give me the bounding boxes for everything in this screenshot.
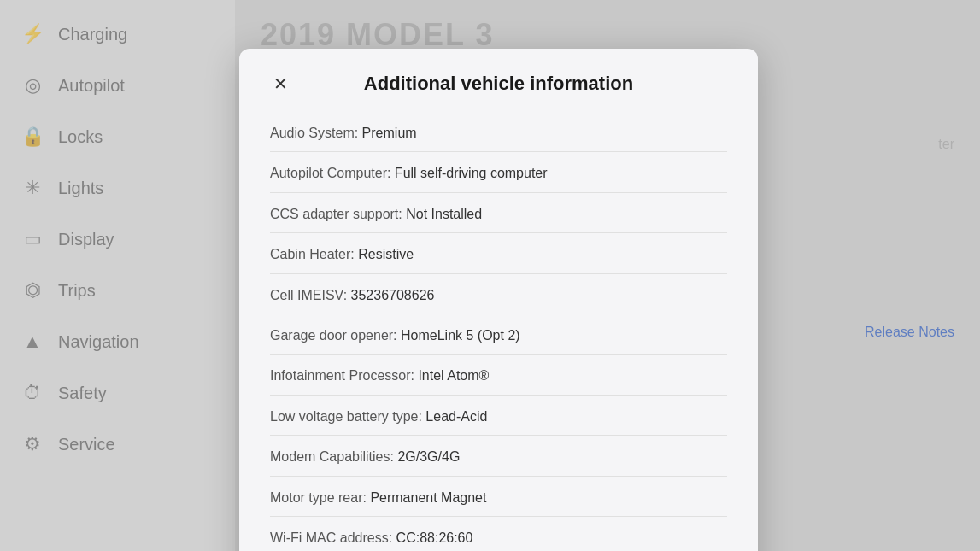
info-key: Cell IMEISV: xyxy=(270,288,351,302)
info-value: Premium xyxy=(362,126,417,140)
info-key: Cabin Heater: xyxy=(270,247,358,261)
info-value: Intel Atom® xyxy=(418,368,489,383)
info-row: Garage door opener: HomeLink 5 (Opt 2) xyxy=(270,318,727,355)
info-value: 2G/3G/4G xyxy=(397,449,460,464)
app-layout: ⚡Charging◎Autopilot🔒Locks✳Lights▭Display… xyxy=(0,0,980,551)
info-value: HomeLink 5 (Opt 2) xyxy=(401,328,520,343)
info-row: Cell IMEISV: 35236708626 xyxy=(270,278,727,314)
info-row: Audio System: Premium xyxy=(270,115,727,152)
info-row: Wi-Fi MAC address: CC:88:26:60 xyxy=(270,520,727,551)
info-key: CCS adapter support: xyxy=(270,207,406,221)
close-icon: ✕ xyxy=(273,73,288,94)
info-key: Motor type rear: xyxy=(270,490,370,505)
info-key: Modem Capabilities: xyxy=(270,449,397,464)
info-value: 35236708626 xyxy=(351,288,435,302)
info-key: Garage door opener: xyxy=(270,328,401,343)
info-key: Wi-Fi MAC address: xyxy=(270,530,396,545)
modal-title: Additional vehicle information xyxy=(270,73,727,95)
info-value: CC:88:26:60 xyxy=(396,530,473,545)
modal-dialog: ✕ Additional vehicle information Audio S… xyxy=(239,49,758,551)
info-row: Low voltage battery type: Lead-Acid xyxy=(270,399,727,436)
info-key: Infotainment Processor: xyxy=(270,368,418,383)
info-row: Modem Capabilities: 2G/3G/4G xyxy=(270,439,727,476)
info-row: CCS adapter support: Not Installed xyxy=(270,196,727,233)
info-value: Not Installed xyxy=(406,207,482,221)
info-row: Motor type rear: Permanent Magnet xyxy=(270,480,727,517)
info-value: Full self-driving computer xyxy=(395,166,548,180)
info-value: Permanent Magnet xyxy=(370,490,486,505)
info-row: Infotainment Processor: Intel Atom® xyxy=(270,358,727,395)
modal-body: Audio System: PremiumAutopilot Computer:… xyxy=(270,115,727,551)
info-key: Autopilot Computer: xyxy=(270,166,395,180)
modal-close-button[interactable]: ✕ xyxy=(270,70,291,97)
modal-header: ✕ Additional vehicle information xyxy=(270,73,727,95)
info-key: Audio System: xyxy=(270,126,362,140)
info-row: Cabin Heater: Resistive xyxy=(270,237,727,273)
info-value: Resistive xyxy=(358,247,414,261)
info-value: Lead-Acid xyxy=(425,409,487,424)
info-row: Autopilot Computer: Full self-driving co… xyxy=(270,155,727,192)
info-key: Low voltage battery type: xyxy=(270,409,425,424)
